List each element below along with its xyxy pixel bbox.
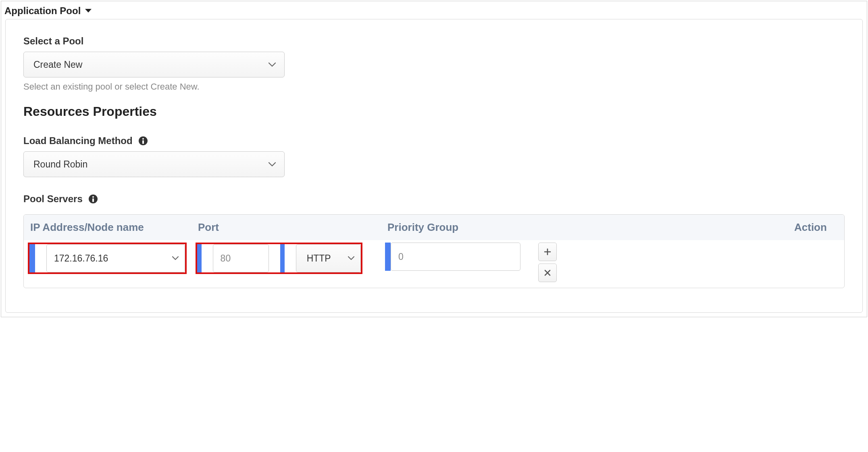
svg-point-1 (142, 138, 144, 140)
add-row-button[interactable] (538, 243, 557, 261)
info-icon[interactable] (88, 194, 98, 204)
th-action: Action (792, 221, 840, 234)
pool-servers-label: Pool Servers (23, 193, 83, 205)
chevron-down-icon (268, 161, 276, 167)
priority-cell: 0 (385, 243, 520, 271)
select-pool-label: Select a Pool (23, 36, 845, 47)
chevron-down-icon (268, 62, 276, 67)
resources-properties-title: Resources Properties (23, 104, 845, 119)
chevron-down-icon (348, 256, 355, 261)
ip-address-input[interactable]: 172.16.76.16 (46, 244, 185, 272)
select-pool-dropdown[interactable]: Create New (23, 52, 285, 77)
load-balancing-dropdown[interactable]: Round Robin (23, 151, 285, 177)
required-indicator (385, 243, 391, 271)
caret-down-icon (85, 8, 92, 13)
load-balancing-value: Round Robin (33, 159, 87, 170)
svg-rect-2 (142, 140, 144, 144)
table-header-row: IP Address/Node name Port Priority Group… (24, 215, 844, 240)
required-indicator (197, 244, 202, 272)
plus-icon (544, 248, 551, 255)
load-balancing-label: Load Balancing Method (23, 135, 133, 146)
select-pool-helper: Select an existing pool or select Create… (23, 82, 845, 92)
section-title: Application Pool (4, 5, 81, 17)
application-pool-panel: Select a Pool Create New Select an exist… (5, 19, 863, 313)
pool-servers-table: IP Address/Node name Port Priority Group… (23, 214, 845, 288)
svg-point-4 (92, 196, 94, 198)
highlight-box-port: 80 HTTP (196, 243, 362, 274)
th-ip: IP Address/Node name (28, 221, 196, 234)
required-indicator (280, 244, 285, 272)
protocol-dropdown[interactable]: HTTP (296, 244, 361, 272)
svg-rect-5 (92, 199, 94, 202)
section-header-application-pool[interactable]: Application Pool (1, 1, 867, 19)
action-cell (538, 243, 557, 282)
table-row: 172.16.76.16 80 HTTP (24, 240, 844, 288)
close-icon (544, 269, 551, 276)
th-port: Port (196, 221, 385, 234)
protocol-value: HTTP (307, 253, 331, 264)
ip-address-value: 172.16.76.16 (54, 253, 108, 264)
highlight-box-ip: 172.16.76.16 (28, 243, 187, 274)
info-icon[interactable] (138, 136, 148, 146)
port-input[interactable]: 80 (213, 244, 269, 272)
required-indicator (29, 244, 35, 272)
remove-row-button[interactable] (538, 264, 557, 282)
priority-input[interactable]: 0 (391, 243, 520, 271)
priority-value: 0 (398, 251, 404, 262)
chevron-down-icon (172, 256, 179, 261)
select-pool-value: Create New (33, 59, 82, 70)
th-priority: Priority Group (385, 221, 792, 234)
port-value: 80 (221, 253, 231, 264)
